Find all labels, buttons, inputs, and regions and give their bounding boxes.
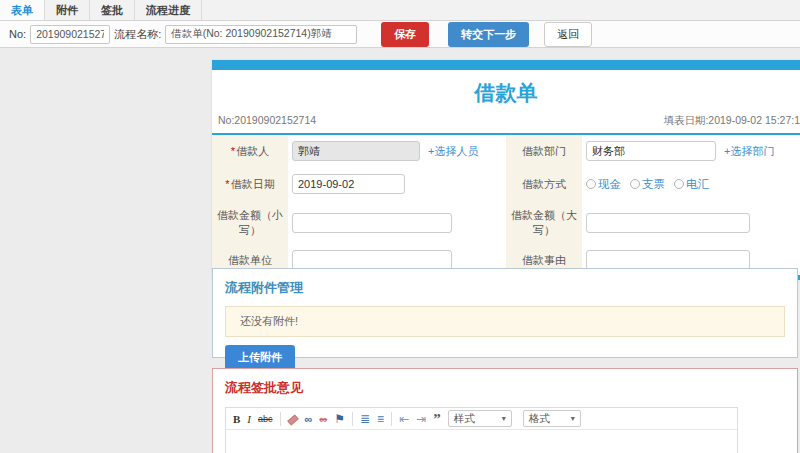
loan-method-label: 借款方式 (506, 167, 582, 201)
select-person-link[interactable]: +选择人员 (428, 144, 478, 159)
styles-dropdown[interactable]: 样式 ▾ (448, 410, 512, 427)
loan-date-label: *借款日期 (212, 167, 288, 201)
form-date-text: 填表日期:2019-09-02 15:27:1 (663, 114, 800, 128)
department-input[interactable] (586, 141, 716, 161)
loan-form-panel: 借款单 No:20190902152714 填表日期:2019-09-02 15… (212, 60, 800, 280)
tab-process-progress[interactable]: 流程进度 (135, 0, 202, 20)
approval-opinion-heading: 流程签批意见 (225, 379, 785, 397)
unordered-list-icon[interactable]: ≡ (377, 412, 384, 426)
amount-lowercase-input[interactable] (292, 213, 452, 233)
panel-top-bar (212, 60, 800, 70)
select-department-link[interactable]: +选择部门 (724, 144, 774, 159)
process-name-label: 流程名称: (114, 27, 161, 42)
toolbar-separator (391, 412, 392, 426)
form-grid: *借款人 +选择人员 *借款日期 借款金额（小写） (212, 135, 800, 275)
bold-icon[interactable]: B (233, 412, 240, 426)
chevron-down-icon: ▾ (502, 414, 506, 423)
approval-opinion-panel: 流程签批意见 B I abc ∞ ∞ ⚑ ≣ ≡ ⇤ ⇥ ” 样式 ▾ 格式 ▾ (212, 368, 798, 453)
upload-attachment-button[interactable]: 上传附件 (225, 345, 295, 370)
toolbar: No: 流程名称: 保存 转交下一步 返回 (0, 21, 800, 48)
radio-circle-icon[interactable] (586, 179, 596, 189)
loan-unit-input[interactable] (292, 250, 452, 270)
strikethrough-icon[interactable]: abc (258, 412, 273, 426)
department-label: 借款部门 (506, 135, 582, 167)
no-label: No: (9, 28, 26, 40)
tab-attachments[interactable]: 附件 (45, 0, 90, 20)
process-name-input[interactable] (165, 25, 357, 44)
attachment-section-heading: 流程附件管理 (225, 279, 785, 297)
radio-cash[interactable]: 现金 (586, 177, 621, 192)
back-button[interactable]: 返回 (544, 22, 592, 47)
rich-text-editor: B I abc ∞ ∞ ⚑ ≣ ≡ ⇤ ⇥ ” 样式 ▾ 格式 ▾ (225, 407, 738, 453)
chevron-down-icon: ▾ (571, 414, 575, 423)
form-meta-row: No:20190902152714 填表日期:2019-09-02 15:27:… (212, 112, 800, 133)
forward-next-step-button[interactable]: 转交下一步 (448, 22, 529, 47)
editor-toolbar: B I abc ∞ ∞ ⚑ ≣ ≡ ⇤ ⇥ ” 样式 ▾ 格式 ▾ (226, 408, 737, 430)
format-dropdown[interactable]: 格式 ▾ (523, 410, 581, 427)
save-button[interactable]: 保存 (381, 22, 429, 47)
form-no-text: No:20190902152714 (218, 114, 316, 128)
toolbar-separator (352, 412, 353, 426)
toolbar-separator (280, 412, 281, 426)
radio-circle-icon[interactable] (630, 179, 640, 189)
amount-lowercase-label: 借款金额（小写） (212, 201, 288, 245)
page-title: 借款单 (212, 70, 800, 112)
tab-form[interactable]: 表单 (0, 0, 45, 20)
ordered-list-icon[interactable]: ≣ (360, 412, 370, 426)
anchor-icon[interactable]: ⚑ (334, 412, 345, 426)
loan-method-radio-group: 现金 支票 电汇 (586, 177, 709, 192)
radio-wire-transfer[interactable]: 电汇 (674, 177, 709, 192)
link-icon[interactable]: ∞ (305, 412, 313, 426)
blockquote-icon[interactable]: ” (433, 412, 441, 426)
amount-uppercase-input[interactable] (586, 213, 750, 233)
remove-format-icon[interactable] (288, 412, 298, 426)
attachment-management-panel: 流程附件管理 还没有附件! 上传附件 (212, 268, 798, 358)
outdent-icon[interactable]: ⇤ (399, 412, 409, 426)
top-tab-bar: 表单 附件 签批 流程进度 (0, 0, 800, 21)
italic-icon[interactable]: I (247, 412, 251, 426)
borrower-input[interactable] (292, 141, 420, 161)
amount-uppercase-label: 借款金额（大写） (506, 201, 582, 245)
radio-cheque[interactable]: 支票 (630, 177, 665, 192)
loan-reason-input[interactable] (586, 250, 750, 270)
no-input[interactable] (30, 25, 110, 44)
borrower-label: *借款人 (212, 135, 288, 167)
editor-content-area[interactable] (226, 430, 737, 453)
radio-circle-icon[interactable] (674, 179, 684, 189)
loan-date-input[interactable] (292, 174, 405, 194)
unlink-icon[interactable]: ∞ (319, 412, 327, 426)
tab-approval[interactable]: 签批 (90, 0, 135, 20)
no-attachment-alert: 还没有附件! (225, 306, 785, 337)
indent-icon[interactable]: ⇥ (416, 412, 426, 426)
